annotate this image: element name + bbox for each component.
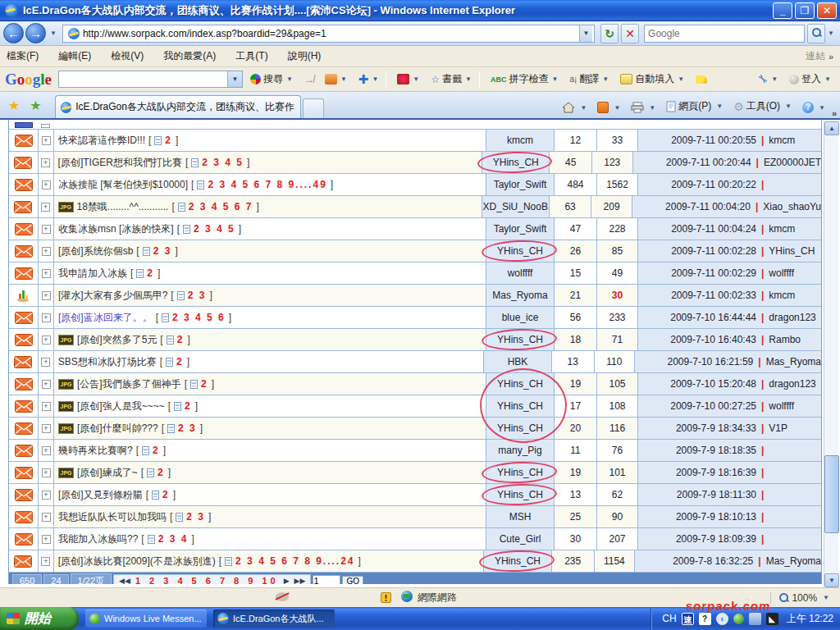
topic-page-links[interactable]: 2 3: [188, 290, 207, 301]
highlighter-button[interactable]: [692, 74, 710, 85]
expand-topic-icon[interactable]: +: [42, 513, 51, 522]
topic-page-links[interactable]: 2 3 4 5 6: [172, 312, 226, 323]
tab-active[interactable]: IcE.DraGon各大战队内部交流，团练商议、比赛作...: [55, 95, 301, 118]
close-button[interactable]: ✕: [817, 2, 837, 19]
expand-topic-icon[interactable]: +: [42, 491, 51, 500]
go-icon[interactable]: ↛: [301, 72, 317, 87]
tray-app-icon[interactable]: ◣: [766, 613, 778, 625]
topic-title-link[interactable]: [灌水]大家有多少個馬甲?: [58, 289, 167, 303]
menu-file[interactable]: 檔案(F): [7, 47, 48, 66]
ime-speed-icon[interactable]: 速: [682, 613, 694, 625]
vertical-scrollbar[interactable]: ▲ ▼: [824, 121, 838, 587]
topic-author-link[interactable]: YHins_CH: [497, 467, 543, 478]
menu-view[interactable]: 檢視(V): [111, 47, 153, 66]
favorites-center-icon[interactable]: ★: [3, 98, 25, 118]
expand-topic-icon[interactable]: +: [42, 180, 51, 189]
topic-page-links[interactable]: 2 3 4 5 6 7: [189, 201, 253, 212]
minimize-button[interactable]: _: [773, 2, 792, 19]
language-indicator[interactable]: CH: [662, 613, 676, 624]
page-button[interactable]: 網頁(P)▼: [662, 96, 729, 116]
autofill-button[interactable]: 自動填入▼: [617, 71, 688, 88]
topic-row[interactable]: + JPG [原创]練成了~ [ 2 ] YHins_CH 19 101 200…: [9, 462, 821, 484]
print-button[interactable]: ▼: [627, 98, 662, 116]
menu-help[interactable]: 說明(H): [288, 47, 331, 66]
start-button[interactable]: 開始: [0, 607, 79, 630]
topic-author-link[interactable]: Taylor_Swift: [494, 179, 547, 190]
expand-topic-icon[interactable]: +: [41, 203, 50, 212]
topic-row[interactable]: + [原创]系统你個sb [ 2 3 ] YHins_CH 26 85 2009…: [9, 240, 821, 262]
topic-last-poster-link[interactable]: Mas_Ryoma: [766, 356, 821, 368]
add-gadget-button[interactable]: ✚▼: [355, 71, 383, 89]
taskbar-item-browser[interactable]: IcE.DraGon各大战队...: [213, 609, 335, 628]
topic-row[interactable]: + JPG [公告]我們族多了個神手 [ 2 ] YHins_CH 19 105…: [9, 373, 821, 395]
topic-author-link[interactable]: many_Pig: [498, 445, 541, 456]
taskbar-item-messenger[interactable]: Windows Live Messen...: [85, 609, 207, 628]
last-page-button[interactable]: ▶▶: [294, 577, 306, 584]
help-button[interactable]: ?▼: [798, 98, 832, 116]
expand-topic-icon[interactable]: +: [42, 313, 51, 322]
feeds-button[interactable]: ▼: [593, 98, 627, 116]
topic-page-links[interactable]: 2 3: [178, 422, 197, 434]
translate-button[interactable]: a¡ 翻譯▼: [566, 71, 613, 88]
topic-author-link[interactable]: YHins_CH: [497, 489, 543, 500]
back-button[interactable]: ←: [3, 23, 24, 43]
photos-button[interactable]: ▼: [322, 72, 351, 86]
topic-title-link[interactable]: 收集冰族msn [冰族的快來]: [58, 222, 174, 236]
topic-author-link[interactable]: YHins_CH: [495, 555, 541, 567]
topic-last-poster-link[interactable]: wolffff: [769, 267, 794, 279]
topic-page-links[interactable]: 2 3 4 5: [194, 223, 235, 235]
history-dropdown-icon[interactable]: ▼: [48, 30, 59, 37]
scroll-up-arrow[interactable]: ▲: [824, 121, 839, 135]
topic-last-poster-link[interactable]: wolffff: [769, 400, 794, 412]
zoom-dropdown-icon[interactable]: ▼: [820, 594, 832, 601]
topic-page-links[interactable]: 2 3 4 5 6 7 8 9....49: [208, 179, 326, 190]
topic-last-poster-link[interactable]: Mas_Ryoma: [766, 555, 821, 567]
expand-topic-icon[interactable]: +: [42, 468, 51, 477]
links-toolbar-label[interactable]: 連結: [806, 49, 825, 63]
toolbar-search-input[interactable]: [59, 71, 227, 87]
topic-author-link[interactable]: YHins_CH: [497, 400, 543, 412]
scroll-down-arrow[interactable]: ▼: [824, 573, 839, 587]
expand-topic-icon[interactable]: +: [41, 158, 50, 167]
topic-row[interactable]: + 幾時再來比賽啊? [ 2 ] many_Pig 11 76 2009-7-9…: [9, 440, 821, 462]
topic-row[interactable]: + SBS想和冰队打场比赛 [ 2 ] HBK 13 110 2009-7-10…: [9, 351, 821, 373]
address-field[interactable]: ▼: [62, 25, 595, 43]
topic-page-links[interactable]: 2: [185, 400, 192, 412]
topic-title-link[interactable]: [原创]蓝冰回来了。。: [58, 311, 153, 325]
topic-title-link[interactable]: 幾時再來比賽啊?: [58, 444, 133, 458]
topic-title-link[interactable]: [原创]TIGER想和我們打比賽: [58, 156, 182, 170]
toolbar-search-button[interactable]: 搜尋▼: [247, 71, 297, 88]
topic-title-link[interactable]: 快來認著這作弊ID!!!: [58, 134, 145, 148]
menu-tools[interactable]: 工具(T): [235, 47, 277, 66]
add-favorite-icon[interactable]: ★: [25, 98, 46, 118]
topic-author-link[interactable]: YHins_CH: [497, 422, 543, 434]
scrollbar-thumb[interactable]: [824, 455, 839, 533]
tray-network-icon[interactable]: [749, 613, 761, 625]
topic-last-poster-link[interactable]: Rambo: [769, 334, 801, 345]
topic-title-link[interactable]: SBS想和冰队打场比赛: [58, 355, 157, 369]
google-search-box[interactable]: [644, 25, 805, 43]
bookmarks-button[interactable]: ☆ 書籤▼: [427, 71, 476, 88]
expand-topic-icon[interactable]: +: [42, 225, 51, 234]
expand-topic-icon[interactable]: +: [41, 557, 50, 566]
toolbar-settings-button[interactable]: 🔧︎▼: [754, 71, 782, 87]
topic-author-link[interactable]: YHins_CH: [493, 157, 539, 168]
topic-row[interactable]: + 我申請加入冰族 [ 2 ] wolffff 15 49 2009-7-11 …: [9, 262, 821, 285]
topic-page-links[interactable]: 2: [162, 489, 170, 500]
search-options-dropdown-icon[interactable]: ▼: [825, 30, 837, 37]
google-search-input[interactable]: [648, 28, 801, 39]
topic-row[interactable]: + 我能加入冰族吗?? [ 2 3 4 ] Cute_Girl 30 207 2…: [9, 528, 821, 550]
topic-author-link[interactable]: Mas_Ryoma: [492, 290, 547, 301]
topic-last-poster-link[interactable]: kmcm: [769, 135, 795, 146]
topic-row[interactable]: + JPG 18禁哦........^^........... [ 2 3 4 …: [9, 196, 821, 218]
expand-topic-icon[interactable]: +: [42, 247, 51, 256]
tray-messenger-icon[interactable]: [733, 614, 744, 624]
expand-topic-icon[interactable]: +: [42, 535, 51, 544]
topic-page-links[interactable]: 2 3 4: [158, 533, 189, 545]
topic-title-link[interactable]: [原创]強人是我~~~~: [77, 399, 165, 413]
page-number-links[interactable]: 1 2 3 4 5 6 7 8 9 10: [135, 576, 279, 584]
next-page-button[interactable]: ▶: [284, 577, 290, 584]
home-button[interactable]: ▼: [558, 98, 593, 116]
topic-last-poster-link[interactable]: EZ00000JET: [764, 157, 821, 168]
expand-topic-icon[interactable]: +: [42, 380, 51, 389]
